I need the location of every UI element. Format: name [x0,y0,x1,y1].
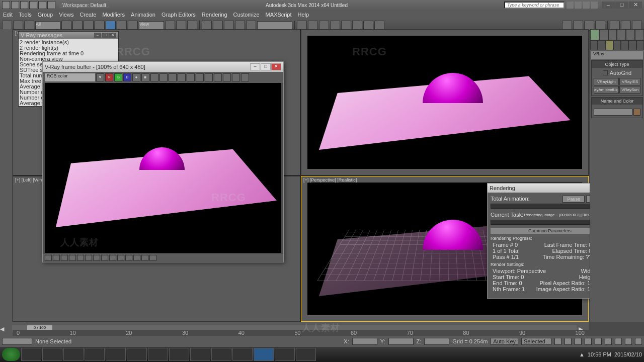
vfb-play-icon[interactable] [133,255,140,261]
object-type-header[interactable]: Object Type [592,61,642,68]
vmsg-maximize-icon[interactable]: □ [102,33,109,38]
modify-tab-icon[interactable] [599,29,608,40]
vfb-render-icon[interactable] [241,73,249,81]
vfb-channel-select[interactable]: RGB color [45,73,95,81]
taskbar-app8-icon[interactable] [296,348,316,361]
menu-views[interactable]: Views [59,12,73,18]
nav-zoom-icon[interactable] [615,338,622,345]
menu-group[interactable]: Group [38,12,53,18]
start-button[interactable] [2,348,20,361]
color-swatch[interactable] [633,109,640,116]
vfb-stamp-icon[interactable] [101,255,108,261]
vfb-saveall-icon[interactable] [150,73,158,81]
vray-messages-header[interactable]: V-Ray messages – □ ✕ [19,32,118,39]
selection-lock-icon[interactable] [2,338,32,345]
taskbar-chrome-icon[interactable] [169,348,189,361]
spacewarps-subtab-icon[interactable] [628,40,636,50]
vrayambient-button[interactable]: ayAmbientLig [594,86,619,94]
play-icon[interactable] [575,338,582,345]
next-frame-icon[interactable] [585,338,592,345]
hierarchy-tab-icon[interactable] [608,29,617,40]
taskbar-ie-icon[interactable] [63,348,84,361]
vfb-mono-icon[interactable]: ● [132,73,140,81]
vfb-lut-icon[interactable] [85,255,92,261]
taskbar-app4-icon[interactable] [190,348,210,361]
taskbar-app6-icon[interactable] [232,348,253,361]
save-icon[interactable] [29,1,37,9]
taskbar-app7-icon[interactable] [275,348,295,361]
vraysun-button[interactable]: VRaySun [619,86,640,94]
object-name-field[interactable] [594,109,632,116]
pause-button[interactable]: Pause [562,196,585,203]
undo-icon[interactable] [38,1,46,9]
vfb-stop-icon[interactable] [232,73,240,81]
menu-tools[interactable]: Tools [19,12,32,18]
vfb-cc-icon[interactable] [45,255,52,261]
maximize-button[interactable]: □ [615,2,628,9]
goto-end-icon[interactable] [595,338,602,345]
menu-modifiers[interactable]: Modifiers [102,12,125,18]
vfb-save-icon[interactable]: ■ [141,73,149,81]
vfb-close-icon[interactable]: ✕ [271,63,281,70]
vfb-first-icon[interactable] [117,255,124,261]
cameras-subtab-icon[interactable] [613,40,621,50]
menu-grapheditors[interactable]: Graph Editors [162,12,196,18]
open-icon[interactable] [20,1,28,9]
vfb-red-channel[interactable]: R [105,73,113,81]
app-icon[interactable] [2,1,10,9]
vraylight-button[interactable]: VRayLight [594,78,619,85]
tray-up-icon[interactable]: ▲ [579,351,585,357]
display-tab-icon[interactable] [626,29,635,40]
vfb-blue-channel[interactable]: B [123,73,131,81]
vfb-green-channel[interactable]: G [114,73,122,81]
signin-icon[interactable] [567,2,574,9]
selection-filter[interactable]: All [35,21,60,30]
close-button[interactable]: ✕ [629,2,642,9]
lights-subtab-icon[interactable] [606,40,613,50]
prev-frame-icon[interactable] [565,338,572,345]
timeline-prev-icon[interactable]: ◀ [0,326,10,332]
viewport-front[interactable] [301,29,589,175]
vfb-prev-icon[interactable] [125,255,132,261]
vmsg-close-icon[interactable]: ✕ [109,33,116,38]
vfb-maximize-icon[interactable]: □ [261,63,271,70]
vfb-bg-icon[interactable] [93,255,100,261]
vfb-compare-icon[interactable] [223,73,231,81]
utilities-tab-icon[interactable] [635,29,644,40]
minimize-button[interactable]: – [602,2,615,9]
vfb-exposure-icon[interactable] [61,255,68,261]
menu-animation[interactable]: Animation [131,12,155,18]
workspace-selector[interactable]: Workspace: Default [59,3,109,8]
keymode-dropdown[interactable]: Selected [521,338,551,345]
vfb-header[interactable]: V-Ray frame buffer - [100% of 640 x 480]… [43,62,283,72]
shapes-subtab-icon[interactable] [598,40,605,50]
motion-tab-icon[interactable] [617,29,626,40]
clock-time[interactable]: 10:56 PM [588,351,611,357]
vfb-load-icon[interactable] [169,73,177,81]
menu-customize[interactable]: Customize [233,12,260,18]
viewport-perspective-label[interactable]: [+] [Perspective] [Realistic] [303,177,357,183]
autogrid-checkbox[interactable]: AutoGrid [594,70,640,76]
menu-create[interactable]: Create [79,12,96,18]
vfb-clear-icon[interactable] [159,73,168,81]
vfb-lastf-icon[interactable] [149,255,156,261]
create-selection-set[interactable] [257,21,292,30]
vfb-copy-icon[interactable] [178,73,186,81]
vfb-curve-icon[interactable] [53,255,60,261]
ref-coord-system[interactable]: View [139,21,164,30]
systems-subtab-icon[interactable] [636,40,644,50]
goto-start-icon[interactable] [554,338,561,345]
nav-orbit-icon[interactable] [625,338,632,345]
redo-icon[interactable] [47,1,55,9]
vfb-srgb-icon[interactable] [109,255,116,261]
taskbar-folder-icon[interactable] [42,348,62,361]
y-field[interactable] [388,338,414,345]
menu-maxscript[interactable]: MAXScript [266,12,292,18]
taskbar-app5-icon[interactable] [211,348,231,361]
geometry-subtab-icon[interactable] [590,40,598,50]
vfb-region-icon[interactable] [196,73,204,81]
vfb-last-icon[interactable] [205,73,213,81]
exchange-icon[interactable] [575,2,582,9]
taskbar-explorer-icon[interactable] [21,348,41,361]
z-field[interactable] [424,338,449,345]
